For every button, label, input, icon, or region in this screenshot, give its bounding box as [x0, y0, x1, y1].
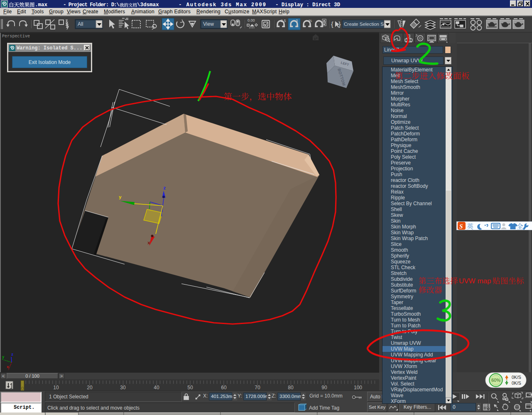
svg-text:100: 100 [354, 385, 362, 390]
svg-text:z: z [11, 353, 13, 357]
svg-text:10: 10 [53, 385, 59, 390]
svg-text:30: 30 [120, 385, 126, 390]
svg-text:y: y [2, 355, 5, 359]
svg-text:80: 80 [288, 385, 294, 390]
svg-text:z: z [163, 186, 166, 191]
svg-text:x: x [7, 365, 9, 369]
svg-text:x: x [147, 241, 150, 246]
svg-text:90: 90 [321, 385, 327, 390]
svg-text:y: y [119, 195, 122, 200]
svg-text:0: 0 [21, 386, 24, 390]
svg-text:UVW map: UVW map [459, 277, 491, 285]
svg-text:60: 60 [221, 385, 227, 390]
svg-text:40: 40 [154, 385, 159, 390]
svg-text:70: 70 [255, 385, 260, 390]
svg-text:20: 20 [87, 385, 93, 390]
svg-text:50: 50 [187, 385, 193, 390]
